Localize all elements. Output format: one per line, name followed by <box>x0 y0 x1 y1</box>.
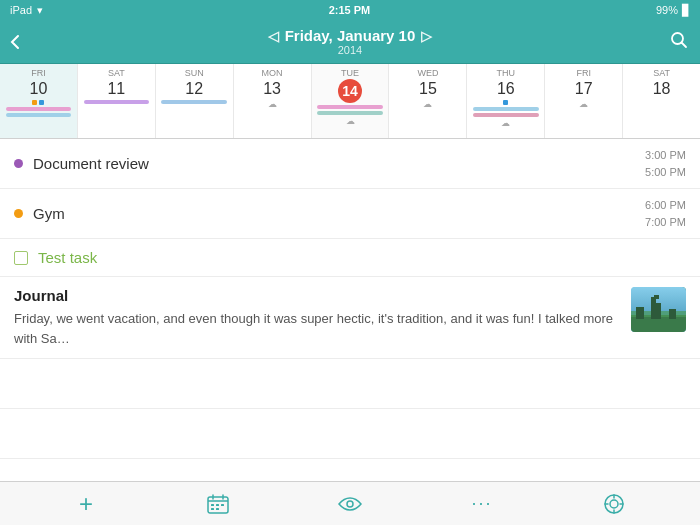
svg-rect-9 <box>654 295 659 299</box>
cal-cloud-icon: ☁ <box>579 99 588 109</box>
task-checkbox[interactable] <box>14 251 28 265</box>
journal-thumb-image <box>631 287 686 332</box>
carrier-label: iPad <box>10 4 32 16</box>
cal-day-name: TUE <box>341 68 359 78</box>
svg-rect-7 <box>669 309 676 319</box>
journal-section[interactable]: Journal Friday, we went vacation, and ev… <box>0 277 700 359</box>
calendar-day-thu16[interactable]: THU16☁ <box>467 64 545 138</box>
event-row[interactable]: Document review 3:00 PM 5:00 PM <box>0 139 700 189</box>
more-button[interactable]: ··· <box>462 484 502 524</box>
back-button[interactable] <box>10 34 20 50</box>
eye-icon <box>338 496 362 512</box>
cal-day-number: 14 <box>338 79 362 103</box>
svg-rect-16 <box>221 504 224 506</box>
cal-day-name: FRI <box>576 68 591 78</box>
journal-heading: Journal <box>14 287 621 304</box>
svg-rect-14 <box>211 504 214 506</box>
nav-year-subtitle: 2014 <box>268 44 433 56</box>
cal-day-name: FRI <box>31 68 46 78</box>
event-time-end: 7:00 PM <box>645 214 686 231</box>
preview-button[interactable] <box>330 484 370 524</box>
cal-day-name: MON <box>262 68 283 78</box>
cal-day-number: 16 <box>497 79 515 98</box>
task-title: Test task <box>38 249 97 266</box>
cal-day-name: THU <box>497 68 516 78</box>
cal-day-number: 15 <box>419 79 437 98</box>
svg-rect-17 <box>211 508 214 510</box>
cal-event-bar <box>317 111 383 115</box>
status-bar-left: iPad ▾ <box>10 4 43 17</box>
cal-day-name: SAT <box>108 68 125 78</box>
calendar-strip: FRI10SAT11SUN12MON13☁TUE14☁WED15☁THU16☁F… <box>0 64 700 139</box>
battery-label: 99% <box>656 4 678 16</box>
event-row[interactable]: Gym 6:00 PM 7:00 PM <box>0 189 700 239</box>
cal-day-number: 11 <box>107 79 125 98</box>
event-title: Document review <box>33 155 645 172</box>
task-row[interactable]: Test task <box>0 239 700 277</box>
event-time-end: 5:00 PM <box>645 164 686 181</box>
search-button[interactable] <box>670 31 688 53</box>
svg-point-19 <box>347 501 353 507</box>
cal-dot <box>39 100 44 105</box>
status-bar: iPad ▾ 2:15 PM 99% ▊ <box>0 0 700 20</box>
calendar-day-sat11[interactable]: SAT11 <box>78 64 156 138</box>
settings-button[interactable] <box>594 484 634 524</box>
cal-day-name: WED <box>417 68 438 78</box>
cal-event-bar <box>317 105 383 109</box>
calendar-day-fri10[interactable]: FRI10 <box>0 64 78 138</box>
cal-cloud-icon: ☁ <box>346 116 355 126</box>
empty-row-2 <box>0 409 700 459</box>
cal-dot-row <box>503 100 508 105</box>
cal-cloud-icon: ☁ <box>501 118 510 128</box>
cal-event-bar <box>473 113 539 117</box>
cal-event-bar <box>6 113 72 117</box>
add-button[interactable]: + <box>66 484 106 524</box>
event-dot <box>14 209 23 218</box>
nav-bar: ◁ Friday, January 10 ▷ 2014 <box>0 20 700 64</box>
calendar-day-tue14[interactable]: TUE14☁ <box>312 64 390 138</box>
main-content: Document review 3:00 PM 5:00 PM Gym 6:00… <box>0 139 700 525</box>
next-arrow[interactable]: ▷ <box>421 28 432 44</box>
calendar-icon <box>207 494 229 514</box>
cal-cloud-icon: ☁ <box>268 99 277 109</box>
svg-rect-5 <box>636 307 644 319</box>
cal-event-bar <box>84 100 150 104</box>
svg-point-21 <box>610 500 618 508</box>
event-time-start: 3:00 PM <box>645 147 686 164</box>
empty-row-1 <box>0 359 700 409</box>
cal-day-name: SUN <box>185 68 204 78</box>
event-time: 3:00 PM 5:00 PM <box>645 147 686 180</box>
cal-day-number: 13 <box>263 79 281 98</box>
cal-event-bar <box>6 107 72 111</box>
battery-icon: ▊ <box>682 4 690 17</box>
journal-text-area: Journal Friday, we went vacation, and ev… <box>14 287 621 348</box>
calendar-day-wed15[interactable]: WED15☁ <box>389 64 467 138</box>
calendar-day-sat18[interactable]: SAT18 <box>623 64 700 138</box>
cal-cloud-icon: ☁ <box>423 99 432 109</box>
cal-event-bar <box>473 107 539 111</box>
search-icon <box>670 31 688 49</box>
calendar-day-mon13[interactable]: MON13☁ <box>234 64 312 138</box>
scrollable-content: Document review 3:00 PM 5:00 PM Gym 6:00… <box>0 139 700 525</box>
cal-dot <box>32 100 37 105</box>
event-dot <box>14 159 23 168</box>
svg-rect-6 <box>651 303 661 319</box>
cal-day-number: 17 <box>575 79 593 98</box>
back-chevron-icon <box>10 34 20 50</box>
calendar-day-fri17[interactable]: FRI17☁ <box>545 64 623 138</box>
event-time: 6:00 PM 7:00 PM <box>645 197 686 230</box>
calendar-day-sun12[interactable]: SUN12 <box>156 64 234 138</box>
cal-dot-row <box>32 100 44 105</box>
event-time-start: 6:00 PM <box>645 197 686 214</box>
settings-icon <box>603 493 625 515</box>
cal-day-number: 18 <box>653 79 671 98</box>
cal-day-number: 12 <box>185 79 203 98</box>
event-title: Gym <box>33 205 645 222</box>
calendar-view-button[interactable] <box>198 484 238 524</box>
svg-line-1 <box>682 42 687 47</box>
cal-event-bar <box>161 100 227 104</box>
nav-title-area: ◁ Friday, January 10 ▷ 2014 <box>268 27 433 56</box>
journal-thumbnail <box>631 287 686 332</box>
cal-dot <box>503 100 508 105</box>
prev-arrow[interactable]: ◁ <box>268 28 279 44</box>
